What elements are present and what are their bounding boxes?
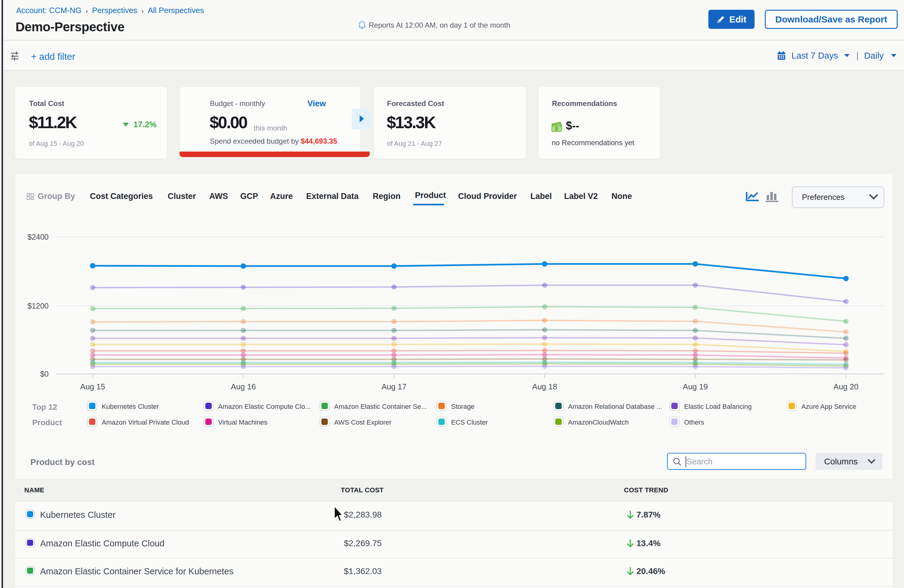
svg-text:Aug 16: Aug 16 — [231, 382, 256, 391]
svg-text:$1200: $1200 — [27, 302, 49, 310]
svg-text:Aug 19: Aug 19 — [683, 382, 708, 391]
svg-text:Aug 17: Aug 17 — [381, 382, 406, 391]
svg-text:Aug 20: Aug 20 — [833, 382, 858, 391]
svg-text:Aug 18: Aug 18 — [532, 382, 557, 391]
svg-text:$0: $0 — [40, 370, 49, 378]
svg-text:Aug 15: Aug 15 — [80, 382, 105, 391]
svg-text:$2400: $2400 — [27, 232, 49, 241]
